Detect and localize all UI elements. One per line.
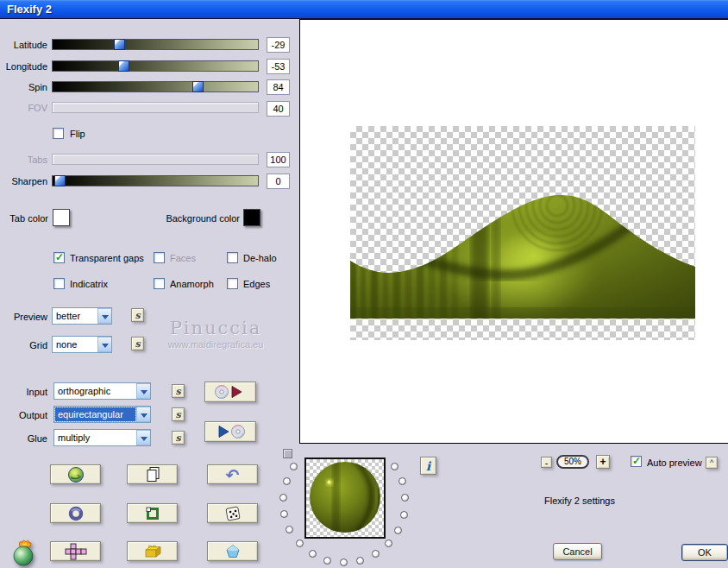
tool-button-globe[interactable] [50, 464, 101, 484]
preview-select[interactable]: better [52, 307, 112, 325]
output-select[interactable]: equirectangular [53, 406, 151, 423]
tabs-value[interactable]: 100 [267, 152, 290, 167]
chevron-down-icon [102, 315, 109, 323]
ring-dot [309, 550, 317, 558]
anamorph-label: Anamorph [170, 279, 214, 289]
titlebar[interactable]: Flexify 2 [0, 0, 728, 19]
thumb-arrow-icon [119, 61, 124, 66]
ring-dot [385, 540, 392, 547]
grid-select-arrow[interactable] [97, 337, 111, 352]
glue-select-arrow[interactable] [136, 430, 150, 445]
flexify2-dialog: Flexify 2 Latitude -29 Longitude -53 Spi… [0, 0, 728, 568]
tool-button-torus[interactable] [50, 503, 101, 523]
dehalo-checkbox[interactable] [227, 252, 238, 263]
latitude-slider-thumb[interactable] [114, 39, 125, 50]
torus-icon [67, 505, 85, 522]
indicatrix-checkbox[interactable] [53, 278, 65, 289]
background-color-swatch[interactable] [243, 209, 260, 226]
ok-button[interactable]: OK [681, 544, 728, 561]
glue-s-button[interactable]: s [172, 431, 185, 445]
tab-color-swatch[interactable] [53, 209, 70, 226]
input-select[interactable]: orthographic [53, 382, 151, 400]
load-settings-button[interactable] [204, 382, 256, 402]
input-select-value: orthographic [58, 386, 110, 396]
disc-save-icon [211, 423, 249, 440]
grid-select[interactable]: none [52, 336, 112, 353]
ring-dot [340, 559, 348, 566]
gem-icon [224, 543, 242, 560]
spin-value[interactable]: 84 [267, 79, 290, 95]
edges-checkbox[interactable] [227, 278, 238, 289]
faces-checkbox[interactable] [154, 252, 165, 263]
ring-dot [323, 557, 331, 565]
tool-button-frame[interactable] [127, 503, 178, 523]
preview-select-value: better [56, 311, 80, 321]
latitude-slider[interactable] [52, 39, 259, 50]
latitude-label: Latitude [0, 40, 47, 50]
ring-dot [296, 540, 304, 547]
output-select-arrow[interactable] [136, 407, 150, 422]
sharpen-value[interactable]: 0 [267, 174, 290, 189]
tool-button-dice[interactable] [207, 503, 258, 523]
tabs-label: Tabs [0, 155, 47, 165]
collapse-button[interactable]: ^ [706, 457, 718, 469]
preview-select-arrow[interactable] [97, 308, 111, 324]
transparent-gaps-checkbox[interactable] [53, 252, 65, 263]
thumbnail-checker [306, 459, 384, 537]
undo-arrow-icon: ↶ [226, 468, 240, 482]
preview-thumbnail[interactable] [304, 458, 386, 539]
latitude-value[interactable]: -29 [267, 37, 290, 53]
ring-dot [391, 463, 399, 470]
ring-dot [283, 477, 291, 485]
save-settings-button[interactable] [204, 421, 256, 442]
fov-value[interactable]: 40 [267, 101, 290, 117]
tool-button-undo[interactable]: ↶ [207, 464, 258, 484]
tool-button-unfolded-cube[interactable] [50, 541, 101, 561]
longitude-slider[interactable] [52, 60, 259, 72]
tool-button-gem[interactable] [207, 541, 258, 561]
spin-slider[interactable] [52, 81, 259, 92]
anamorph-checkbox[interactable] [154, 278, 165, 289]
info-button[interactable]: i [420, 457, 436, 475]
sharpen-slider[interactable] [52, 175, 259, 186]
output-select-value: equirectangular [55, 407, 135, 421]
watermark-url: www.maidiregrafica.eu [129, 339, 302, 350]
copy-pages-icon [144, 466, 161, 483]
preview-panel [299, 19, 728, 444]
output-s-button[interactable]: s [172, 407, 185, 421]
dice-icon [223, 504, 242, 522]
chevron-down-icon [141, 413, 147, 421]
cancel-button[interactable]: Cancel [553, 543, 602, 560]
tool-button-copy[interactable] [127, 464, 178, 484]
thumbnail-sphere [306, 459, 384, 537]
ring-dot [286, 526, 293, 533]
ring-dot [401, 494, 409, 502]
auto-preview-checkbox[interactable] [631, 456, 642, 467]
zoom-in-button[interactable]: + [596, 455, 610, 469]
sharpen-label: Sharpen [0, 176, 47, 186]
background-color-label: Background color [147, 213, 240, 224]
tool-button-lego[interactable] [127, 541, 178, 561]
flaming-pear-logo [10, 538, 40, 567]
longitude-slider-thumb[interactable] [118, 60, 129, 72]
flip-checkbox[interactable] [53, 128, 64, 139]
faces-label: Faces [170, 253, 196, 263]
preview-s-button[interactable]: s [131, 308, 144, 322]
window-title: Flexify 2 [7, 3, 52, 16]
edges-label: Edges [243, 279, 270, 289]
ring-dot [280, 510, 288, 518]
ring-dot [400, 511, 408, 519]
zoom-level[interactable]: 50% [556, 455, 589, 469]
transparent-gaps-label: Transparent gaps [70, 253, 144, 263]
input-s-button[interactable]: s [172, 384, 185, 398]
glue-select[interactable]: multiply [53, 429, 151, 446]
longitude-value[interactable]: -53 [267, 59, 290, 74]
settings-text: Flexify 2 settings [483, 495, 676, 506]
input-select-arrow[interactable] [136, 383, 150, 399]
longitude-label: Longitude [0, 61, 47, 72]
spin-slider-thumb[interactable] [192, 81, 204, 92]
thumb-arrow-icon [115, 40, 120, 45]
ring-dot [290, 463, 298, 470]
zoom-out-button[interactable]: - [541, 457, 552, 468]
sharpen-slider-thumb[interactable] [54, 175, 66, 186]
